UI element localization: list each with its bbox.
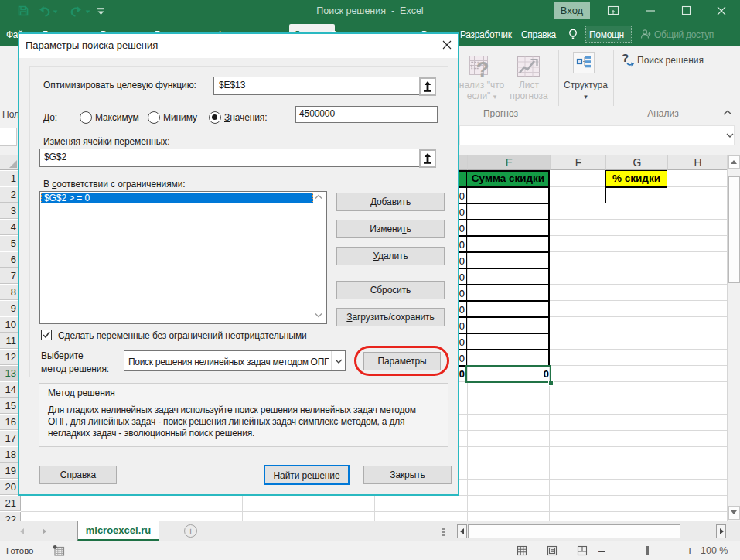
svg-text:?: ? xyxy=(622,52,629,64)
svg-text:?: ? xyxy=(476,58,489,80)
